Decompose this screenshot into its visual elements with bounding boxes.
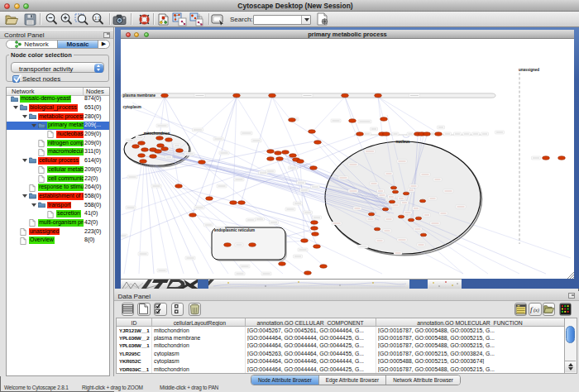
network-node[interactable] [279, 262, 286, 265]
tab-overflow-arrow[interactable]: ▶ [98, 41, 109, 48]
delete-attribute-icon[interactable] [189, 303, 202, 317]
network-node[interactable] [435, 132, 443, 136]
save-icon[interactable] [24, 12, 36, 26]
network-node[interactable] [312, 232, 319, 236]
table-cell[interactable]: YPL036W__1 [119, 342, 150, 348]
open-folder-icon[interactable] [5, 12, 19, 26]
network-node[interactable] [543, 156, 550, 160]
network-node[interactable] [224, 243, 232, 246]
tree-row[interactable]: Overview8(0) [7, 237, 109, 245]
network-node[interactable] [290, 154, 297, 157]
table-cell[interactable]: [GO:0045263, GO:0044464, GO:0044455, G..… [247, 351, 374, 356]
zoom-out-icon[interactable] [45, 12, 58, 26]
table-column-header[interactable]: annotation.GO CELLULAR_COMPONENT [245, 320, 376, 326]
network-node[interactable] [289, 118, 296, 122]
table-column-header[interactable]: _cellularLayoutRegion [151, 320, 245, 326]
tab-network[interactable]: Network [7, 41, 57, 48]
tree-row[interactable]: cellular process614(0) [7, 156, 109, 165]
network-node[interactable] [282, 151, 290, 154]
tree-row[interactable]: cell communicati22(0) [7, 174, 109, 183]
network-node[interactable] [368, 213, 374, 216]
table-cell[interactable]: YPL036W__2 [119, 335, 150, 341]
network-node[interactable] [189, 213, 197, 217]
search-dropdown-arrow-icon[interactable] [301, 16, 310, 24]
node-color-combobox[interactable]: transporter activity [11, 62, 104, 73]
network-node[interactable] [176, 149, 184, 152]
tree-row[interactable]: cellular metabol209(0) [7, 165, 109, 174]
tree-row[interactable]: unassigned223(0) [7, 227, 109, 236]
table-column-header[interactable]: annotation.GO MOLECULAR_FUNCTION [376, 320, 564, 326]
network-node[interactable] [374, 227, 380, 231]
table-cell[interactable]: YJR121W__1 [119, 327, 150, 333]
network-node[interactable] [141, 148, 149, 151]
network-view-window[interactable]: primary metabolic process plasma membran… [115, 27, 579, 289]
table-cell[interactable]: [GO:0045267, GO:0045261, GO:0044464, G..… [247, 327, 374, 333]
network-node[interactable] [238, 201, 246, 204]
network-node[interactable] [403, 192, 409, 195]
tree-row[interactable]: nitrogen compou209(0) [7, 139, 109, 147]
resize-grip-icon[interactable] [567, 271, 574, 279]
float-data-panel-icon[interactable] [568, 293, 575, 299]
network-node[interactable] [138, 141, 146, 145]
tree-row[interactable]: nucleobase-209(0) [7, 130, 109, 138]
tree-row[interactable]: primary metabolic209(... [7, 122, 109, 130]
network-node[interactable] [199, 160, 206, 164]
table-cell[interactable]: [GO:0044464, GO:0044444, GO:0044425, G..… [247, 342, 374, 348]
table-cell[interactable]: mitochondrion [154, 327, 243, 333]
network-node[interactable] [175, 184, 183, 188]
network-overlay-icon[interactable] [172, 12, 187, 26]
lifering-icon[interactable] [138, 12, 151, 26]
tree-row[interactable]: metabolic process280(0) [7, 112, 109, 121]
attribute-pair-icon[interactable] [171, 303, 184, 317]
table-cell[interactable]: [GO:0016787, GO:0005488, GO:0005215, G..… [378, 335, 562, 341]
network-node[interactable] [311, 227, 318, 230]
network-node[interactable] [304, 271, 312, 275]
select-nodes-checkbox[interactable] [12, 75, 20, 83]
network-node[interactable] [423, 132, 431, 136]
tree-row[interactable]: response to stimulu264(0) [7, 184, 109, 192]
combobox-stepper-icon[interactable] [94, 64, 103, 73]
search-input[interactable] [253, 15, 311, 25]
network-node[interactable] [320, 265, 328, 268]
network-node[interactable] [313, 245, 321, 248]
scrollbar-arrows[interactable] [565, 361, 576, 372]
network-node[interactable] [389, 200, 395, 203]
network-node[interactable] [382, 208, 388, 211]
table-cell[interactable]: [GO:0044464, GO:0044444, GO:0044425, G..… [247, 366, 374, 372]
table-cell[interactable]: [GO:0005488, GO:0005215, GO:0003674] [378, 358, 562, 364]
network-node[interactable] [408, 218, 414, 222]
attribute-grid-icon[interactable] [122, 303, 135, 317]
scrollbar-thumb[interactable] [566, 326, 575, 343]
vizmapper-icon[interactable] [158, 12, 169, 26]
network-node[interactable] [420, 233, 426, 237]
network-node[interactable] [375, 93, 382, 97]
table-cell[interactable]: [GO:0044464, GO:0044444, GO:0044425, G..… [247, 335, 374, 341]
tree-row[interactable]: mosaic-demo-yeast874(0) [7, 95, 109, 103]
network-node[interactable] [165, 138, 173, 141]
network-node[interactable] [249, 243, 256, 246]
tab-mosaic[interactable]: Mosaic [57, 41, 98, 48]
annotation-icon[interactable] [211, 12, 225, 26]
network-node[interactable] [398, 215, 404, 218]
attribute-form-icon[interactable] [514, 303, 528, 317]
network-node[interactable] [383, 132, 390, 136]
network-node[interactable] [415, 217, 421, 220]
tree-row[interactable]: biological_process651(0) [7, 103, 109, 112]
network-node[interactable] [314, 141, 322, 144]
tree-row[interactable]: establishment of lo558(0) [7, 192, 109, 200]
table-cell[interactable]: [GO:0016787, GO:0005488, GO:0005215, G..… [378, 366, 562, 372]
table-cell[interactable]: YLR295C [119, 351, 150, 356]
float-panel-icon[interactable] [103, 32, 110, 38]
network-node[interactable] [558, 156, 566, 160]
network-node[interactable] [390, 186, 396, 189]
network-node[interactable] [206, 197, 213, 200]
zoom-actual-icon[interactable]: 1:1 [91, 12, 104, 26]
network-node[interactable] [419, 199, 425, 203]
tree-row[interactable]: secretion41(0) [7, 210, 109, 218]
network-node[interactable] [267, 157, 275, 160]
network-node[interactable] [309, 130, 316, 133]
network-window-titlebar[interactable]: primary metabolic process [121, 30, 574, 39]
function-builder-icon[interactable]: f(x) [529, 303, 542, 317]
network-node[interactable] [269, 93, 276, 97]
network-node[interactable] [297, 160, 304, 163]
